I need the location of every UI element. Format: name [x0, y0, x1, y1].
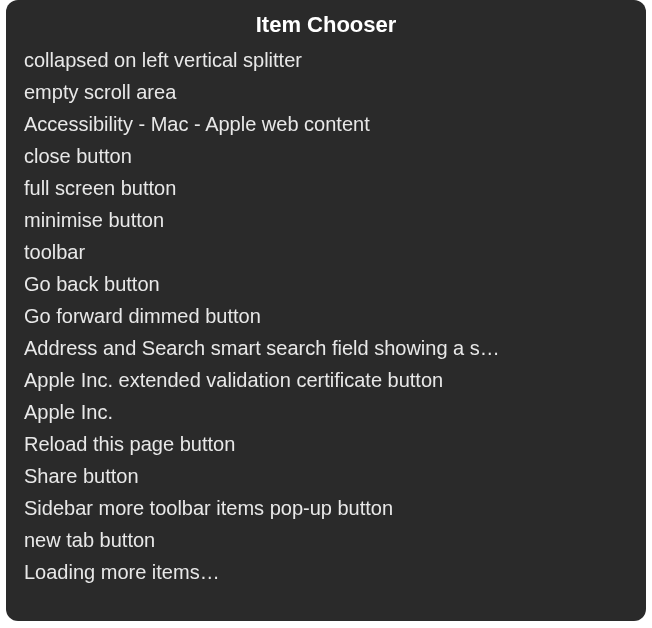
list-item[interactable]: empty scroll area — [24, 76, 630, 108]
list-item[interactable]: new tab button — [24, 524, 630, 556]
list-item[interactable]: close button — [24, 140, 630, 172]
list-item[interactable]: Address and Search smart search field sh… — [24, 332, 630, 364]
list-item[interactable]: Go forward dimmed button — [24, 300, 630, 332]
list-item[interactable]: minimise button — [24, 204, 630, 236]
list-item[interactable]: Go back button — [24, 268, 630, 300]
list-item[interactable]: Reload this page button — [24, 428, 630, 460]
list-item[interactable]: Sidebar more toolbar items pop-up button — [24, 492, 630, 524]
list-item[interactable]: collapsed on left vertical splitter — [24, 44, 630, 76]
list-item[interactable]: full screen button — [24, 172, 630, 204]
list-item[interactable]: Loading more items… — [24, 556, 630, 588]
list-item[interactable]: toolbar — [24, 236, 630, 268]
list-item[interactable]: Accessibility - Mac - Apple web content — [24, 108, 630, 140]
list-item[interactable]: Apple Inc. extended validation certifica… — [24, 364, 630, 396]
item-chooser-panel: Item Chooser collapsed on left vertical … — [6, 0, 646, 621]
item-list: collapsed on left vertical splitter empt… — [6, 44, 646, 621]
list-item[interactable]: Apple Inc. — [24, 396, 630, 428]
list-item[interactable]: Share button — [24, 460, 630, 492]
panel-title: Item Chooser — [6, 0, 646, 44]
